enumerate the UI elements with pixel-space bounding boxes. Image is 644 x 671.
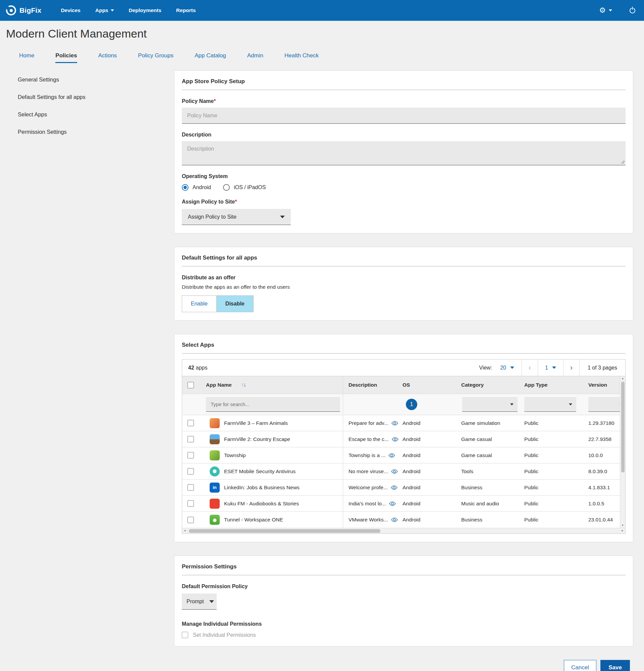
app-description: Escape to the c... [349,436,389,442]
app-icon: in [210,483,220,493]
set-individual-permissions-checkbox[interactable] [182,632,188,638]
app-icon [210,466,220,477]
table-filter-row: 1 [182,394,620,415]
description-textarea-wrap [182,141,626,165]
set-individual-permissions-row: Set Individual Permissions [182,632,626,638]
nav-item-apps[interactable]: Apps [95,8,114,13]
app-name: Tunnel - Workspace ONE [224,517,283,523]
table-row[interactable]: FarmVille 3 – Farm Animals Prepare for a… [182,415,620,431]
sidebar-item-select-apps[interactable]: Select Apps [18,111,174,118]
row-checkbox[interactable] [188,517,194,523]
category-filter-select[interactable] [462,397,518,412]
row-checkbox[interactable] [188,452,194,458]
radio-ios-ipados[interactable]: iOS / iPadOS [223,184,266,191]
app-os: Android [402,480,447,495]
form-footer: Cancel Save [174,660,630,671]
row-checkbox[interactable] [188,500,194,507]
version-filter-select[interactable] [588,397,620,412]
power-icon[interactable] [630,8,635,13]
description-textarea[interactable] [182,141,626,165]
app-type: Public [518,464,576,479]
tab-policy-groups[interactable]: Policy Groups [138,52,173,63]
sort-icon[interactable]: ↑↓ [241,382,245,388]
sidebar-item-permission-settings[interactable]: Permission Settings [18,129,174,135]
tab-admin[interactable]: Admin [247,52,263,63]
app-description: Township is a ... [349,452,386,458]
cancel-button[interactable]: Cancel [564,660,596,671]
scroll-down-icon[interactable]: ▼ [621,524,624,527]
table-row[interactable]: in LinkedIn: Jobs & Business News Welcom… [182,480,620,496]
page-number-select[interactable]: 1 [545,365,556,371]
row-checkbox[interactable] [188,420,194,426]
sidebar-item-general-settings[interactable]: General Settings [18,76,174,83]
table-row[interactable]: Kuku FM - Audiobooks & Stories India’s m… [182,496,620,512]
eye-icon[interactable] [391,485,397,490]
caret-down-icon [280,216,285,218]
app-type-filter-select[interactable] [524,397,576,412]
policy-name-input[interactable] [182,107,626,124]
vertical-scrollbar[interactable]: ▲ ▼ [620,376,625,528]
horizontal-scrollbar-thumb[interactable] [189,529,380,533]
table-row[interactable]: Township Township is a ... Android Game … [182,447,620,464]
app-os: Android [402,512,447,528]
prev-page-button[interactable]: ‹ [521,359,538,376]
eye-icon[interactable] [391,517,398,522]
enable-button[interactable]: Enable [182,296,216,312]
eye-icon[interactable] [389,501,396,506]
bigfix-logo[interactable]: BigFix [6,5,41,15]
set-individual-permissions-text: Set Individual Permissions [193,632,256,638]
caret-down-icon [510,403,514,405]
vertical-scrollbar-thumb[interactable] [621,382,624,472]
assign-site-select[interactable]: Assign Policy to Site [182,209,291,225]
os-filter-badge[interactable]: 1 [406,399,417,410]
nav-item-reports[interactable]: Reports [176,8,196,13]
section-divider [182,353,626,354]
page-size-select[interactable]: 20 [500,365,514,371]
nav-item-devices[interactable]: Devices [61,8,80,13]
tab-actions[interactable]: Actions [98,52,117,63]
eye-icon[interactable] [391,421,398,426]
scroll-left-icon[interactable]: ◄ [184,530,186,532]
table-toolbar: 42apps View: 20 ‹ 1 [182,359,625,376]
settings-menu[interactable]: ⚙ [599,7,612,14]
apps-count: 42apps [182,359,207,376]
eye-icon[interactable] [388,453,395,458]
app-icon [210,499,220,509]
row-checkbox[interactable] [188,484,194,491]
policy-name-label: Policy Name* [182,98,626,104]
table-row[interactable]: ◉ Tunnel - Workspace ONE VMware Works...… [182,512,620,528]
table-row[interactable]: FarmVille 2: Country Escape Escape to th… [182,431,620,447]
eye-icon[interactable] [391,469,398,474]
app-os: Android [402,431,447,447]
radio-android[interactable]: Android [182,184,211,191]
sidebar-item-default-settings[interactable]: Default Settings for all apps [18,94,174,100]
app-name: ESET Mobile Security Antivirus [224,468,295,474]
tab-app-catalog[interactable]: App Catalog [194,52,226,63]
eye-icon[interactable] [392,437,399,442]
section-title: App Store Policy Setup [182,78,626,85]
row-checkbox[interactable] [188,468,194,474]
disable-button[interactable]: Disable [216,296,253,312]
app-icon [210,450,220,460]
default-permission-policy-select[interactable]: Prompt [182,594,217,610]
caret-down-icon [552,367,556,369]
select-all-checkbox[interactable] [188,382,194,388]
chevron-down-icon [609,9,612,11]
tab-home[interactable]: Home [19,52,34,63]
nav-item-deployments[interactable]: Deployments [129,8,161,13]
row-checkbox[interactable] [188,436,194,442]
table-row[interactable]: ESET Mobile Security Antivirus No more v… [182,464,620,480]
app-name-search-input[interactable] [206,397,340,412]
app-type: Public [518,431,576,447]
scroll-right-icon[interactable]: ► [621,530,624,532]
tab-policies[interactable]: Policies [55,52,77,63]
app-name: Kuku FM - Audiobooks & Stories [224,501,299,507]
app-type: Public [518,480,576,495]
horizontal-scrollbar[interactable]: ◄ ► [182,528,625,533]
next-page-button[interactable]: › [563,359,579,376]
scroll-up-icon[interactable]: ▲ [621,377,624,380]
distribute-offer-label: Distribute as an offer [182,275,626,281]
save-button[interactable]: Save [601,660,630,671]
tab-health-check[interactable]: Health Check [285,52,319,63]
section-divider [182,90,626,90]
